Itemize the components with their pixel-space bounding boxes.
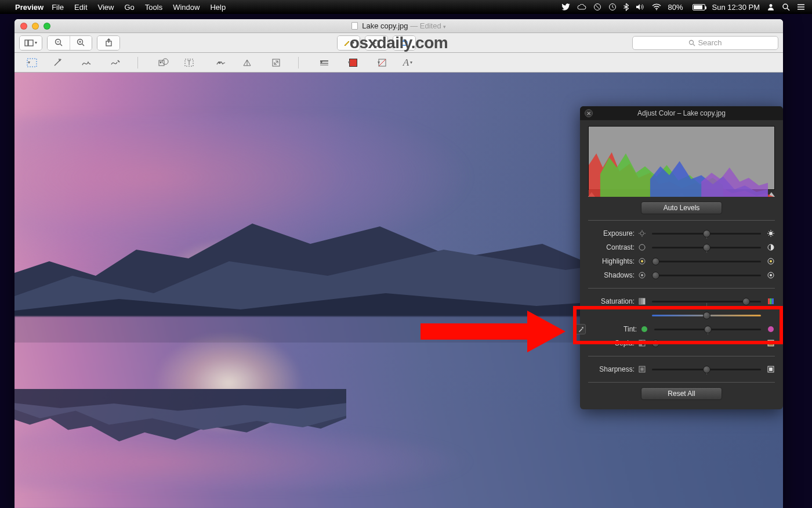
text-tool[interactable]: T (182, 56, 196, 70)
exposure-slider[interactable] (652, 233, 761, 235)
window-title: Lake copy.jpg — Edited ▾ (14, 21, 783, 30)
view-mode-button[interactable]: ▾ (20, 36, 42, 50)
do-not-disturb-icon[interactable] (593, 3, 601, 11)
svg-line-13 (60, 44, 62, 46)
markup-button[interactable] (393, 36, 415, 50)
close-button[interactable] (20, 23, 27, 30)
svg-rect-68 (770, 298, 771, 304)
svg-point-22 (690, 40, 694, 44)
svg-point-39 (640, 232, 644, 235)
shadows-row: Shadows: (588, 268, 775, 282)
selection-tool[interactable]: ▾ (21, 56, 35, 70)
sign-tool[interactable]: ▾ (211, 56, 225, 70)
reset-all-button[interactable]: Reset All (641, 387, 722, 400)
titlebar[interactable]: Lake copy.jpg — Edited ▾ (14, 19, 783, 33)
instant-alpha-tool[interactable] (50, 56, 64, 70)
menu-edit[interactable]: Edit (74, 3, 87, 12)
fill-color-tool[interactable]: ▾ (372, 56, 386, 70)
svg-point-60 (641, 274, 643, 276)
contrast-slider[interactable] (652, 247, 761, 248)
menu-go[interactable]: Go (124, 3, 134, 12)
notification-center-icon[interactable] (797, 3, 805, 10)
shadows-slider[interactable] (652, 275, 761, 276)
exposure-low-icon (638, 229, 646, 237)
exposure-high-icon (767, 229, 775, 237)
svg-line-6 (787, 8, 789, 10)
macos-menubar: Preview File Edit View Go Tools Window H… (0, 0, 812, 14)
shadows-low-icon (638, 271, 646, 279)
draw-tool[interactable] (108, 56, 122, 70)
svg-point-26 (60, 59, 61, 59)
text-style-tool[interactable]: A▾ (401, 56, 415, 70)
svg-line-23 (693, 44, 695, 46)
svg-point-56 (641, 260, 643, 262)
panel-title: Adjust Color – Lake copy.jpg (580, 109, 783, 117)
svg-rect-10 (25, 40, 28, 46)
minimize-button[interactable] (32, 23, 39, 30)
contrast-row: Contrast: (588, 240, 775, 254)
histogram (588, 126, 775, 190)
svg-text:T: T (187, 60, 191, 66)
exposure-row: Exposure: (588, 226, 775, 240)
auto-levels-button[interactable]: Auto Levels (641, 201, 722, 214)
bluetooth-icon[interactable] (624, 3, 629, 11)
sharpness-slider[interactable] (652, 369, 761, 370)
svg-line-51 (768, 235, 770, 236)
battery-percent: 80% (668, 3, 683, 12)
svg-point-29 (162, 59, 168, 64)
contrast-high-icon (767, 243, 775, 251)
menu-help[interactable]: Help (210, 3, 226, 12)
highlights-high-icon (767, 257, 775, 265)
zoom-out-button[interactable] (48, 36, 70, 50)
contrast-low-icon (638, 243, 646, 251)
menu-file[interactable]: File (52, 3, 64, 12)
svg-rect-11 (28, 40, 33, 46)
share-button[interactable] (97, 36, 119, 50)
shapes-tool[interactable]: ▾ (153, 56, 167, 70)
saturation-low-icon (638, 297, 646, 305)
battery-icon[interactable] (690, 4, 705, 10)
svg-point-3 (656, 9, 657, 10)
menu-view[interactable]: View (98, 3, 114, 12)
highlight-button[interactable]: ▾ (338, 36, 360, 50)
svg-rect-66 (643, 298, 645, 304)
svg-point-4 (770, 4, 773, 7)
menu-tools[interactable]: Tools (145, 3, 162, 12)
svg-point-62 (770, 274, 772, 276)
volume-icon[interactable] (636, 3, 645, 10)
annotation-highlight-box (573, 306, 783, 344)
svg-point-21 (403, 39, 405, 41)
search-field[interactable]: Search (632, 36, 778, 50)
panel-titlebar[interactable]: ✕ Adjust Color – Lake copy.jpg (580, 106, 783, 120)
border-color-tool[interactable]: ▾ (343, 56, 357, 70)
svg-line-49 (768, 231, 770, 232)
svg-rect-20 (401, 41, 407, 45)
timemachine-icon[interactable] (608, 3, 617, 11)
svg-rect-67 (768, 298, 770, 304)
rotate-button[interactable] (365, 36, 387, 50)
line-style-tool[interactable]: ▾ (314, 56, 328, 70)
menubar-app-name[interactable]: Preview (15, 3, 44, 12)
saturation-slider[interactable] (652, 301, 761, 302)
adjust-color-panel[interactable]: ✕ Adjust Color – Lake copy.jpg Auto Leve… (580, 106, 783, 409)
svg-rect-65 (641, 298, 643, 304)
menubar-clock[interactable]: Sun 12:30 PM (712, 3, 760, 12)
user-icon[interactable] (767, 3, 775, 11)
sketch-tool[interactable] (79, 56, 93, 70)
spotlight-icon[interactable] (782, 3, 790, 11)
menu-window[interactable]: Window (173, 3, 200, 12)
markup-toolbar: ▾ ▾ T ▾ ▾ ▾ ▾ A▾ (14, 53, 783, 73)
adjust-color-tool[interactable] (240, 56, 254, 70)
svg-line-1 (595, 5, 599, 9)
zoom-button[interactable] (44, 23, 50, 30)
cloud-icon[interactable] (577, 4, 586, 10)
zoom-in-button[interactable] (70, 36, 92, 50)
highlights-row: Highlights: (588, 254, 775, 268)
highlights-slider[interactable] (652, 261, 761, 262)
twitter-icon[interactable] (561, 3, 570, 10)
adjust-size-tool[interactable] (269, 56, 283, 70)
wifi-icon[interactable] (652, 3, 661, 10)
svg-rect-64 (639, 298, 641, 304)
annotation-arrow (420, 311, 577, 352)
sharpness-high-icon (767, 365, 775, 373)
